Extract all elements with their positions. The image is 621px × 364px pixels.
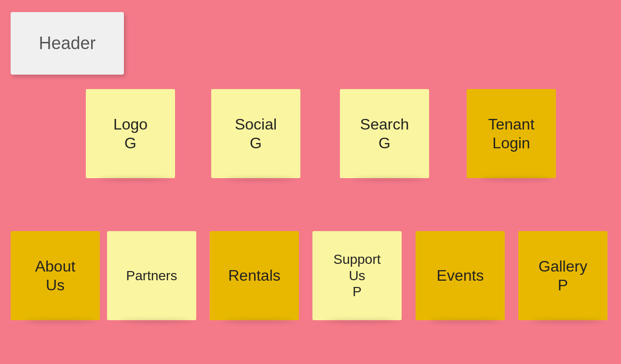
header-label: Header xyxy=(39,33,95,53)
search-g-card[interactable]: SearchG xyxy=(340,89,429,178)
support-us-card[interactable]: SupportUsP xyxy=(312,231,402,320)
partners-card[interactable]: Partners xyxy=(107,231,196,320)
tenant-login-label: TenantLogin xyxy=(488,115,534,152)
events-label: Events xyxy=(437,266,484,285)
tenant-login-card[interactable]: TenantLogin xyxy=(467,89,556,178)
gallery-p-label: GalleryP xyxy=(539,257,587,294)
gallery-p-card[interactable]: GalleryP xyxy=(518,231,608,320)
logo-g-card[interactable]: LogoG xyxy=(86,89,175,178)
header-card: Header xyxy=(11,12,124,75)
about-us-label: AboutUs xyxy=(35,257,76,294)
rentals-card[interactable]: Rentals xyxy=(210,231,299,320)
social-g-label: SocialG xyxy=(235,115,277,152)
logo-g-label: LogoG xyxy=(113,115,148,152)
partners-label: Partners xyxy=(126,268,177,284)
social-g-card[interactable]: SocialG xyxy=(211,89,300,178)
about-us-card[interactable]: AboutUs xyxy=(11,231,100,320)
support-us-label: SupportUsP xyxy=(333,251,380,300)
search-g-label: SearchG xyxy=(360,115,409,152)
rentals-label: Rentals xyxy=(228,266,281,285)
events-card[interactable]: Events xyxy=(416,231,505,320)
